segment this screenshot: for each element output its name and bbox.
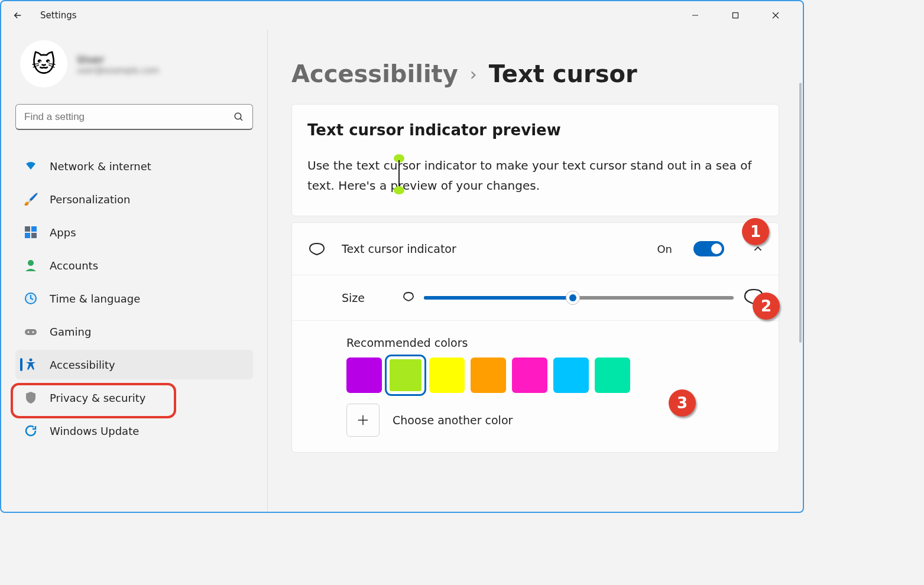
svg-point-10 xyxy=(28,260,34,266)
svg-point-14 xyxy=(33,332,34,333)
sidebar-item-label: Windows Update xyxy=(50,425,139,437)
user-name: User xyxy=(77,53,159,66)
close-button[interactable] xyxy=(763,6,789,25)
swatch-list xyxy=(346,358,764,393)
sidebar-item-label: Time & language xyxy=(50,292,140,305)
indicator-row[interactable]: Text cursor indicator On xyxy=(292,223,779,275)
wifi-icon xyxy=(24,159,38,173)
toggle-state-label: On xyxy=(657,243,672,255)
sidebar-item-label: Gaming xyxy=(50,326,91,338)
update-icon xyxy=(24,424,38,438)
svg-rect-1 xyxy=(733,13,738,18)
sidebar-item-time-language[interactable]: Time & language xyxy=(15,284,253,313)
user-profile[interactable]: 🐱 User user@example.com xyxy=(15,40,253,87)
page-title: Text cursor xyxy=(489,60,637,87)
choose-color-button[interactable] xyxy=(346,404,380,437)
size-slider[interactable] xyxy=(424,296,734,300)
gamepad-icon xyxy=(24,324,38,339)
sidebar-item-label: Privacy & security xyxy=(50,392,146,404)
cursor-preview-caret xyxy=(398,160,400,186)
indicator-label: Text cursor indicator xyxy=(342,242,456,255)
sidebar-item-gaming[interactable]: Gaming xyxy=(15,317,253,346)
accessibility-icon xyxy=(24,358,38,372)
indicator-toggle[interactable] xyxy=(693,241,724,256)
color-swatch-lime[interactable] xyxy=(388,358,423,393)
avatar: 🐱 xyxy=(20,40,67,87)
sidebar-item-apps[interactable]: Apps xyxy=(15,217,253,247)
svg-line-5 xyxy=(240,118,242,121)
preview-title: Text cursor indicator preview xyxy=(307,121,763,139)
sidebar-item-label: Accounts xyxy=(50,259,98,272)
sidebar-item-label: Personalization xyxy=(50,193,130,206)
person-icon xyxy=(24,258,38,272)
svg-rect-8 xyxy=(25,233,30,238)
sidebar-item-privacy[interactable]: Privacy & security xyxy=(15,383,253,412)
svg-point-4 xyxy=(235,113,241,119)
color-swatch-cyan[interactable] xyxy=(553,358,589,393)
colors-title: Recommended colors xyxy=(346,336,764,349)
breadcrumb-parent[interactable]: Accessibility xyxy=(291,60,458,87)
svg-rect-6 xyxy=(25,226,30,232)
sidebar-item-accessibility[interactable]: Accessibility xyxy=(15,350,253,379)
nav: Network & internet 🖌️ Personalization Ap… xyxy=(15,151,253,446)
search-icon xyxy=(234,112,244,122)
slider-thumb[interactable] xyxy=(566,291,580,305)
search-box[interactable] xyxy=(15,104,253,130)
back-button[interactable] xyxy=(6,4,30,27)
colors-section: Recommended colors Choose another color xyxy=(292,321,779,452)
user-email: user@example.com xyxy=(77,66,159,75)
breadcrumb: Accessibility › Text cursor xyxy=(291,60,779,87)
choose-color-label: Choose another color xyxy=(393,414,513,427)
apps-icon xyxy=(24,225,38,239)
cursor-indicator-bottom-icon xyxy=(394,186,404,194)
svg-point-13 xyxy=(28,332,30,333)
color-swatch-teal[interactable] xyxy=(595,358,630,393)
annotation-badge-1: 1 xyxy=(742,218,769,245)
sidebar-item-label: Accessibility xyxy=(50,359,115,371)
annotation-badge-2: 2 xyxy=(753,292,780,320)
cursor-indicator-icon xyxy=(306,238,328,259)
titlebar: Settings xyxy=(1,1,803,30)
paintbrush-icon: 🖌️ xyxy=(24,192,38,206)
annotation-badge-3: 3 xyxy=(669,389,696,417)
sidebar-item-label: Network & internet xyxy=(50,160,151,173)
color-swatch-purple[interactable] xyxy=(346,358,382,393)
color-swatch-orange[interactable] xyxy=(471,358,506,393)
svg-rect-7 xyxy=(31,226,37,232)
window-controls xyxy=(682,6,798,25)
sidebar-item-accounts[interactable]: Accounts xyxy=(15,251,253,280)
sidebar-item-windows-update[interactable]: Windows Update xyxy=(15,416,253,446)
indicator-card: Text cursor indicator On Size xyxy=(291,222,779,453)
clock-globe-icon xyxy=(24,291,38,306)
scrollbar[interactable] xyxy=(799,83,802,343)
sidebar-item-personalization[interactable]: 🖌️ Personalization xyxy=(15,184,253,214)
chevron-right-icon: › xyxy=(470,64,477,84)
preview-text: Use the text cursor indicator to make yo… xyxy=(307,155,763,196)
search-input[interactable] xyxy=(24,111,234,123)
svg-point-15 xyxy=(30,359,33,362)
minimize-button[interactable] xyxy=(682,6,708,25)
preview-card: Text cursor indicator preview Use the te… xyxy=(291,104,779,216)
shield-icon xyxy=(24,391,38,405)
size-min-icon xyxy=(403,292,414,304)
sidebar-item-network[interactable]: Network & internet xyxy=(15,151,253,181)
sidebar-item-label: Apps xyxy=(50,226,76,239)
app-title: Settings xyxy=(40,10,77,21)
content: Accessibility › Text cursor Text cursor … xyxy=(267,30,803,512)
maximize-button[interactable] xyxy=(722,6,748,25)
size-row: Size xyxy=(292,275,779,321)
size-label: Size xyxy=(342,291,365,304)
settings-window: Settings 🐱 User user@example.com xyxy=(0,0,804,513)
color-swatch-yellow[interactable] xyxy=(429,358,465,393)
svg-rect-12 xyxy=(25,329,37,335)
color-swatch-magenta[interactable] xyxy=(512,358,547,393)
sidebar: 🐱 User user@example.com Network & intern xyxy=(1,30,267,512)
preview-text-content: Use the text cursor indicator to make yo… xyxy=(307,158,751,193)
svg-rect-9 xyxy=(31,233,37,238)
